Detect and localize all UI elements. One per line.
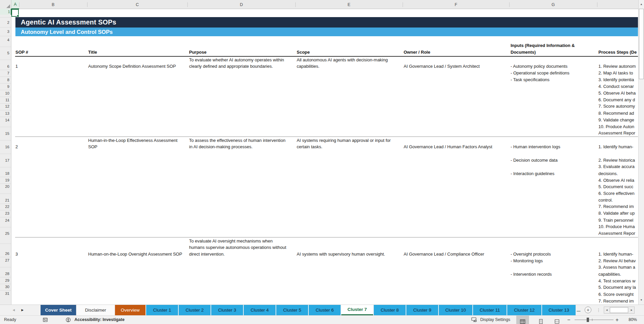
- sheet-tab-cluster-2[interactable]: Cluster 2: [179, 305, 211, 315]
- selected-cell-a1[interactable]: [11, 9, 19, 17]
- sop1-title[interactable]: Autonomy Scope Definition Assessment SOP: [88, 63, 187, 70]
- sop2-inputs-line3[interactable]: - Interaction guidelines: [511, 170, 597, 177]
- row-header-25[interactable]: 25: [0, 230, 9, 236]
- sheet-tab-overview[interactable]: Overview: [115, 305, 145, 315]
- display-settings-button[interactable]: Display Settings: [471, 316, 510, 324]
- normal-view-button[interactable]: [516, 316, 529, 324]
- sop3-steps-line2[interactable]: 2. Review AI behav: [598, 258, 638, 264]
- sop3-num[interactable]: 3: [15, 251, 76, 258]
- sop3-purpose-line3[interactable]: direct intervention.: [189, 251, 294, 258]
- select-all-button[interactable]: [0, 0, 11, 9]
- row-header-3[interactable]: 3: [0, 29, 9, 35]
- page-layout-view-button[interactable]: [534, 316, 547, 324]
- sop1-inputs-line2[interactable]: - Operational scope definitions: [511, 70, 597, 76]
- sop1-scope-line1[interactable]: All autonomous AI agents with decision-m…: [297, 57, 402, 63]
- sop1-owner[interactable]: AI Governance Lead / System Architect: [404, 63, 508, 70]
- row-header-24[interactable]: 24: [0, 217, 9, 223]
- column-header-g[interactable]: G: [509, 2, 597, 8]
- sop3-purpose-line1[interactable]: To evaluate AI oversight mechanisms when: [189, 238, 294, 245]
- row-header-28[interactable]: 28: [0, 271, 9, 277]
- row-header-22[interactable]: 22: [0, 204, 9, 210]
- sheet-tab-disclaimer[interactable]: Disclaimer: [77, 305, 114, 315]
- sop3-steps-line3[interactable]: 3. Assess human a: [598, 264, 638, 271]
- sop2-steps-line9[interactable]: 7. Recommend im: [598, 203, 638, 210]
- row-header-13[interactable]: 13: [0, 110, 9, 116]
- row-header-30[interactable]: 30: [0, 284, 9, 290]
- horizontal-scrollbar[interactable]: ◄ ►: [604, 307, 635, 314]
- sop3-steps-line5[interactable]: 4. Test scenarios w: [598, 278, 638, 284]
- row-header-6[interactable]: 6: [0, 63, 9, 69]
- sheet-tab-cluster-12[interactable]: Cluster 12: [507, 305, 541, 315]
- sop1-steps-line3[interactable]: 3. Identify potentia: [598, 76, 638, 83]
- sop2-steps-line6[interactable]: 5. Document succ: [598, 183, 638, 190]
- sop2-steps-line11[interactable]: 9. Train personnel: [598, 217, 638, 224]
- row-header-23[interactable]: 23: [0, 210, 9, 216]
- row-header-31[interactable]: 31: [0, 290, 9, 296]
- sop2-inputs-line2[interactable]: - Decision outcome data: [511, 157, 597, 164]
- row-header-2[interactable]: 2: [0, 19, 9, 25]
- sheet-tab-cluster-3[interactable]: Cluster 3: [211, 305, 243, 315]
- sop3-steps-line6[interactable]: 5. Document any la: [598, 284, 638, 291]
- sop1-steps-line6[interactable]: 6. Document any d: [598, 97, 638, 103]
- sop2-steps-line7[interactable]: 6. Score effectiven: [598, 190, 638, 197]
- sop2-owner[interactable]: AI Governance Lead / Human Factors Analy…: [404, 144, 508, 150]
- zoom-out-button[interactable]: −: [567, 316, 570, 324]
- sop2-steps-line4[interactable]: decisions.: [598, 170, 638, 177]
- row-header-11[interactable]: 11: [0, 97, 9, 103]
- sop2-steps-line12[interactable]: 10. Produce Huma: [598, 223, 638, 230]
- sop1-purpose-line1[interactable]: To evaluate whether AI autonomy operates…: [189, 57, 294, 63]
- scroll-up-icon[interactable]: ▲: [639, 1, 644, 7]
- sop2-steps-line2[interactable]: 2. Review historica: [598, 157, 638, 164]
- row-header-1[interactable]: 1: [0, 9, 11, 15]
- tabs-scroll-right-icon[interactable]: ►: [19, 305, 26, 315]
- sop1-steps-line7[interactable]: 7. Score autonomy: [598, 103, 638, 110]
- sheet-tab-cluster-6[interactable]: Cluster 6: [309, 305, 341, 315]
- sop1-steps-line11[interactable]: Assessment Repor: [598, 130, 638, 137]
- sop2-steps-line3[interactable]: 3. Evaluate accura: [598, 163, 638, 170]
- column-header-d[interactable]: D: [187, 2, 295, 8]
- row-header-16[interactable]: 16: [0, 144, 9, 150]
- row-header-9[interactable]: 9: [0, 84, 9, 90]
- row-header-21[interactable]: 21: [0, 197, 9, 203]
- sop3-steps-line7[interactable]: 6. Score oversight: [598, 291, 638, 298]
- sop1-steps-line1[interactable]: 1. Review autonom: [598, 63, 638, 70]
- sheet-tab-cluster-11[interactable]: Cluster 11: [473, 305, 507, 315]
- sop3-purpose-line2[interactable]: humans supervise autonomous operations w…: [189, 244, 294, 251]
- sop3-inputs-line1[interactable]: - Oversight protocols: [511, 251, 597, 258]
- sop1-inputs-line3[interactable]: - Task specifications: [511, 76, 597, 83]
- sheet-tab-cluster-4[interactable]: Cluster 4: [244, 305, 276, 315]
- sop3-inputs-line3[interactable]: - Intervention records: [511, 271, 597, 278]
- row-header-7[interactable]: 7: [0, 70, 9, 76]
- sop1-steps-line5[interactable]: 5. Observe AI beha: [598, 90, 638, 97]
- sheet-tab-cluster-10[interactable]: Cluster 10: [439, 305, 472, 315]
- add-sheet-button[interactable]: +: [585, 307, 591, 313]
- row-header-10[interactable]: 10: [0, 90, 9, 96]
- vertical-scrollbar-thumb[interactable]: [639, 9, 644, 79]
- sop2-inputs-line1[interactable]: - Human intervention logs: [511, 144, 597, 150]
- column-header-a[interactable]: A: [11, 0, 19, 9]
- row-header-14[interactable]: 14: [0, 117, 9, 123]
- sheet-tab-cluster-9[interactable]: Cluster 9: [406, 305, 438, 315]
- sop1-purpose-line2[interactable]: clearly defined and appropriate boundari…: [189, 63, 294, 70]
- vertical-scrollbar[interactable]: ▲ ▼: [638, 0, 644, 305]
- sop3-steps-line1[interactable]: 1. Identify human-: [598, 251, 638, 258]
- row-header-20[interactable]: 20: [0, 183, 9, 190]
- sop1-scope-line2[interactable]: capabilities.: [297, 63, 402, 70]
- sop1-inputs-line1[interactable]: - Autonomy policy documents: [511, 63, 597, 70]
- scroll-down-icon[interactable]: ▼: [639, 297, 644, 303]
- sop2-num[interactable]: 2: [15, 144, 76, 150]
- zoom-level[interactable]: 80%: [622, 316, 637, 324]
- zoom-slider[interactable]: [575, 320, 613, 320]
- sop1-num[interactable]: 1: [15, 63, 76, 70]
- row-header-4[interactable]: 4: [0, 37, 9, 43]
- zoom-slider-thumb[interactable]: [587, 318, 589, 322]
- sop3-title[interactable]: Human-on-the-Loop Oversight Assessment S…: [88, 251, 187, 258]
- sop2-purpose-line1[interactable]: To assess the effectiveness of human int…: [189, 137, 294, 144]
- column-header-b[interactable]: B: [19, 2, 87, 8]
- row-header-12[interactable]: 12: [0, 103, 9, 109]
- sop3-steps-line8[interactable]: 7. Recommend im: [598, 298, 638, 305]
- sop2-steps-line10[interactable]: 8. Validate after up: [598, 210, 638, 217]
- sop1-steps-line4[interactable]: 4. Conduct scenar: [598, 83, 638, 90]
- sop3-inputs-line2[interactable]: - Monitoring logs: [511, 258, 597, 264]
- scroll-left-icon[interactable]: ◄: [604, 307, 609, 313]
